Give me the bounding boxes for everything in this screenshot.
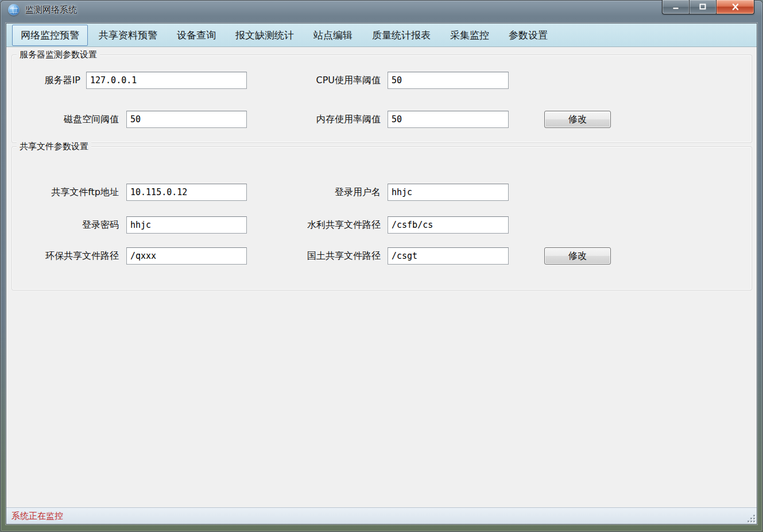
tab-content: 服务器监测参数设置 服务器IP CPU使用率阈值 磁盘空间阈值 内存使用率阈值 …	[6, 47, 757, 507]
server-ip-input[interactable]	[86, 72, 247, 89]
title-bar[interactable]: 监测网络系统	[0, 0, 763, 20]
app-window: 监测网络系统 网络监控预警 共享资料预警 设备查询 报文缺测统计 站点编辑 质量…	[0, 0, 763, 532]
close-button[interactable]	[716, 0, 754, 14]
login-username-input[interactable]	[388, 184, 509, 201]
minimize-button[interactable]	[662, 0, 689, 14]
water-share-path-label: 水利共享文件路径	[224, 216, 381, 234]
status-text: 系统正在监控	[11, 511, 63, 522]
tab-parameter-settings[interactable]: 参数设置	[500, 25, 556, 46]
client-area: 网络监控预警 共享资料预警 设备查询 报文缺测统计 站点编辑 质量统计报表 采集…	[6, 23, 757, 525]
globe-icon	[8, 4, 20, 15]
maximize-icon	[698, 2, 707, 11]
status-bar: 系统正在监控	[6, 507, 757, 524]
tab-quality-report[interactable]: 质量统计报表	[363, 25, 439, 46]
tab-station-edit[interactable]: 站点编辑	[305, 25, 361, 46]
minimize-icon	[671, 2, 680, 11]
server-modify-button[interactable]: 修改	[544, 111, 611, 128]
disk-threshold-label: 磁盘空间阈值	[11, 111, 119, 128]
tab-message-missing-stats[interactable]: 报文缺测统计	[227, 25, 303, 46]
tab-device-query[interactable]: 设备查询	[168, 25, 224, 46]
tab-bar: 网络监控预警 共享资料预警 设备查询 报文缺测统计 站点编辑 质量统计报表 采集…	[6, 24, 757, 47]
land-share-path-label: 国土共享文件路径	[224, 247, 381, 265]
resize-grip-icon[interactable]	[747, 515, 755, 522]
tab-shared-data-alert[interactable]: 共享资料预警	[90, 25, 166, 46]
cpu-threshold-input[interactable]	[388, 72, 509, 89]
tab-network-monitor-alert[interactable]: 网络监控预警	[12, 25, 88, 46]
maximize-button[interactable]	[689, 0, 716, 14]
ftp-address-label: 共享文件ftp地址	[11, 184, 119, 201]
memory-threshold-input[interactable]	[388, 111, 509, 128]
cpu-threshold-label: CPU使用率阈值	[224, 72, 381, 89]
close-icon	[731, 2, 740, 11]
share-modify-button[interactable]: 修改	[544, 247, 611, 265]
memory-threshold-label: 内存使用率阈值	[224, 111, 381, 128]
share-params-groupbox: 共享文件参数设置	[11, 146, 752, 290]
water-share-path-input[interactable]	[388, 216, 509, 234]
window-controls	[662, 0, 754, 14]
land-share-path-input[interactable]	[388, 247, 509, 265]
login-username-label: 登录用户名	[224, 184, 381, 201]
window-title: 监测网络系统	[25, 5, 77, 15]
share-params-group-title: 共享文件参数设置	[17, 141, 91, 152]
tab-collection-monitor[interactable]: 采集监控	[441, 25, 498, 46]
server-ip-label: 服务器IP	[11, 72, 80, 89]
server-params-groupbox: 服务器监测参数设置	[11, 55, 752, 143]
login-password-label: 登录密码	[11, 216, 119, 234]
env-share-path-label: 环保共享文件路径	[11, 247, 119, 265]
server-params-group-title: 服务器监测参数设置	[17, 49, 100, 60]
